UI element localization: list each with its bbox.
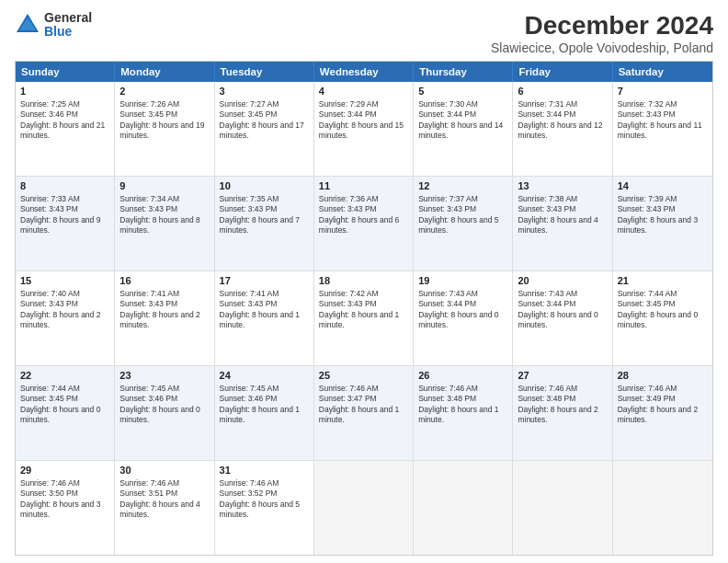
day-info-line: Daylight: 8 hours and 0 minutes. (518, 310, 607, 331)
day-info-line: Sunrise: 7:35 AM (220, 194, 309, 204)
calendar-body: 1Sunrise: 7:25 AMSunset: 3:46 PMDaylight… (16, 82, 712, 555)
day-info-line: Daylight: 8 hours and 3 minutes. (618, 215, 708, 236)
day-info-line: Sunrise: 7:44 AM (20, 384, 109, 394)
day-cell-31: 31Sunrise: 7:46 AMSunset: 3:52 PMDayligh… (215, 461, 314, 555)
day-info-line: Sunset: 3:45 PM (20, 394, 109, 404)
day-info-line: Daylight: 8 hours and 6 minutes. (319, 215, 408, 236)
day-cell-30: 30Sunrise: 7:46 AMSunset: 3:51 PMDayligh… (115, 461, 214, 555)
calendar-row-4: 29Sunrise: 7:46 AMSunset: 3:50 PMDayligh… (16, 460, 712, 555)
day-info-line: Daylight: 8 hours and 0 minutes. (618, 310, 708, 331)
day-info-line: Daylight: 8 hours and 2 minutes. (618, 405, 708, 426)
day-info-line: Daylight: 8 hours and 4 minutes. (119, 500, 209, 521)
day-info-line: Daylight: 8 hours and 17 minutes. (220, 121, 309, 142)
day-number: 9 (119, 179, 209, 193)
day-cell-14: 14Sunrise: 7:39 AMSunset: 3:43 PMDayligh… (613, 177, 712, 270)
day-info-line: Sunset: 3:44 PM (518, 109, 607, 120)
day-number: 16 (119, 274, 209, 288)
header-day-saturday: Saturday (613, 62, 712, 82)
day-number: 1 (20, 85, 109, 98)
day-info-line: Sunset: 3:43 PM (319, 299, 408, 309)
day-number: 31 (220, 464, 309, 477)
calendar-row-0: 1Sunrise: 7:25 AMSunset: 3:46 PMDaylight… (16, 82, 712, 176)
day-cell-17: 17Sunrise: 7:41 AMSunset: 3:43 PMDayligh… (215, 271, 314, 365)
day-info-line: Sunset: 3:46 PM (220, 394, 309, 404)
day-info-line: Sunrise: 7:31 AM (518, 99, 607, 109)
day-cell-24: 24Sunrise: 7:45 AMSunset: 3:46 PMDayligh… (215, 366, 314, 460)
day-info-line: Daylight: 8 hours and 0 minutes. (119, 405, 209, 426)
day-info-line: Sunset: 3:43 PM (418, 204, 507, 214)
day-cell-4: 4Sunrise: 7:29 AMSunset: 3:44 PMDaylight… (314, 82, 414, 176)
day-number: 18 (319, 274, 408, 288)
day-number: 27 (518, 369, 607, 383)
day-info-line: Sunrise: 7:46 AM (20, 478, 109, 488)
day-info-line: Sunset: 3:48 PM (418, 394, 507, 404)
day-info-line: Sunrise: 7:39 AM (618, 194, 708, 204)
day-info-line: Daylight: 8 hours and 1 minute. (220, 310, 309, 331)
day-cell-26: 26Sunrise: 7:46 AMSunset: 3:48 PMDayligh… (414, 366, 513, 460)
day-number: 29 (20, 464, 109, 477)
day-info-line: Daylight: 8 hours and 19 minutes. (119, 121, 209, 142)
day-cell-13: 13Sunrise: 7:38 AMSunset: 3:43 PMDayligh… (513, 177, 612, 270)
day-info-line: Sunrise: 7:40 AM (20, 289, 109, 299)
day-info-line: Sunset: 3:52 PM (220, 488, 309, 499)
day-info-line: Sunset: 3:44 PM (319, 109, 408, 120)
day-info-line: Daylight: 8 hours and 12 minutes. (518, 121, 607, 142)
header: General Blue December 2024 Slawiecice, O… (15, 11, 713, 55)
main-title: December 2024 (491, 11, 713, 40)
day-number: 19 (418, 274, 507, 288)
day-number: 10 (220, 179, 309, 193)
day-info-line: Sunset: 3:51 PM (119, 488, 209, 499)
day-info-line: Sunrise: 7:44 AM (618, 289, 708, 299)
day-cell-21: 21Sunrise: 7:44 AMSunset: 3:45 PMDayligh… (613, 271, 712, 365)
logo-text: General Blue (44, 11, 92, 40)
day-info-line: Sunrise: 7:45 AM (119, 384, 209, 394)
page: General Blue December 2024 Slawiecice, O… (0, 0, 728, 563)
day-info-line: Daylight: 8 hours and 14 minutes. (418, 121, 507, 142)
day-number: 15 (20, 274, 109, 288)
header-day-tuesday: Tuesday (215, 62, 314, 82)
day-number: 24 (220, 369, 309, 383)
day-number: 2 (119, 85, 209, 98)
day-info-line: Daylight: 8 hours and 1 minute. (220, 405, 309, 426)
day-info-line: Daylight: 8 hours and 3 minutes. (20, 500, 109, 521)
day-cell-22: 22Sunrise: 7:44 AMSunset: 3:45 PMDayligh… (16, 366, 115, 460)
day-info-line: Sunrise: 7:33 AM (20, 194, 109, 204)
header-day-sunday: Sunday (16, 62, 115, 82)
day-info-line: Daylight: 8 hours and 9 minutes. (20, 215, 109, 236)
day-number: 13 (518, 179, 607, 193)
day-number: 8 (20, 179, 109, 193)
day-cell-18: 18Sunrise: 7:42 AMSunset: 3:43 PMDayligh… (314, 271, 414, 365)
day-info-line: Sunset: 3:43 PM (20, 299, 109, 309)
day-info-line: Sunset: 3:44 PM (418, 299, 507, 309)
day-info-line: Sunrise: 7:46 AM (319, 384, 408, 394)
day-cell-23: 23Sunrise: 7:45 AMSunset: 3:46 PMDayligh… (115, 366, 214, 460)
day-cell-2: 2Sunrise: 7:26 AMSunset: 3:45 PMDaylight… (115, 82, 214, 176)
day-number: 11 (319, 179, 408, 193)
day-info-line: Sunrise: 7:36 AM (319, 194, 408, 204)
day-info-line: Sunset: 3:43 PM (618, 204, 708, 214)
day-info-line: Daylight: 8 hours and 11 minutes. (618, 121, 708, 142)
day-info-line: Sunrise: 7:46 AM (220, 478, 309, 488)
day-info-line: Sunrise: 7:46 AM (418, 384, 507, 394)
day-number: 23 (119, 369, 209, 383)
day-info-line: Daylight: 8 hours and 4 minutes. (518, 215, 607, 236)
empty-cell (513, 461, 612, 555)
day-cell-15: 15Sunrise: 7:40 AMSunset: 3:43 PMDayligh… (16, 271, 115, 365)
day-cell-25: 25Sunrise: 7:46 AMSunset: 3:47 PMDayligh… (314, 366, 414, 460)
day-number: 12 (418, 179, 507, 193)
day-info-line: Sunset: 3:43 PM (518, 204, 607, 214)
day-cell-11: 11Sunrise: 7:36 AMSunset: 3:43 PMDayligh… (314, 177, 414, 270)
day-cell-12: 12Sunrise: 7:37 AMSunset: 3:43 PMDayligh… (414, 177, 513, 270)
day-cell-16: 16Sunrise: 7:41 AMSunset: 3:43 PMDayligh… (115, 271, 214, 365)
day-info-line: Sunset: 3:49 PM (618, 394, 708, 404)
empty-cell (314, 461, 414, 555)
day-info-line: Daylight: 8 hours and 0 minutes. (20, 405, 109, 426)
logo: General Blue (15, 11, 92, 40)
calendar: SundayMondayTuesdayWednesdayThursdayFrid… (15, 61, 713, 556)
day-info-line: Sunrise: 7:46 AM (119, 478, 209, 488)
day-number: 3 (220, 85, 309, 98)
calendar-row-3: 22Sunrise: 7:44 AMSunset: 3:45 PMDayligh… (16, 365, 712, 460)
day-info-line: Sunrise: 7:41 AM (119, 289, 209, 299)
day-info-line: Sunset: 3:43 PM (220, 204, 309, 214)
day-info-line: Sunrise: 7:41 AM (220, 289, 309, 299)
